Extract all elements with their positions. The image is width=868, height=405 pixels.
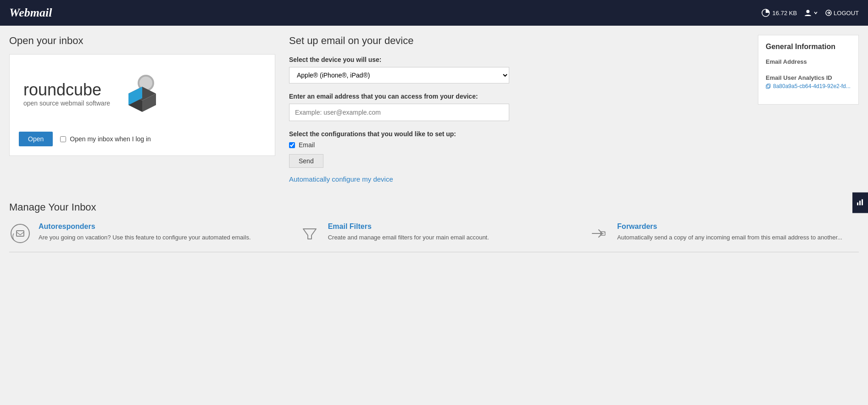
inbox-actions: Open Open my inbox when I log in xyxy=(19,128,266,146)
email-filters-desc: Create and manage email filters for your… xyxy=(328,233,489,242)
email-input[interactable] xyxy=(289,104,509,121)
storage-indicator: 16.72 KB xyxy=(762,9,797,17)
svg-rect-12 xyxy=(17,231,24,236)
roundcube-icon xyxy=(119,73,161,114)
email-address-label: Email Address xyxy=(766,58,851,65)
config-options-label: Select the configurations that you would… xyxy=(289,130,744,138)
email-config-label: Email xyxy=(299,141,315,149)
device-select[interactable]: Apple® (iPhone®, iPad®) xyxy=(289,67,509,83)
header: Webmail 16.72 KB LOGOUT xyxy=(0,0,868,26)
svg-marker-13 xyxy=(303,229,316,239)
site-logo: Webmail xyxy=(9,6,52,20)
forwarders-item: Forwarders Automatically send a copy of … xyxy=(588,222,859,244)
email-filters-svg-icon xyxy=(299,222,321,244)
inbox-section-title: Open your inbox xyxy=(9,35,275,47)
logout-button[interactable]: LOGOUT xyxy=(825,10,859,17)
bottom-divider xyxy=(9,252,859,252)
logout-icon xyxy=(825,10,832,16)
header-right: 16.72 KB LOGOUT xyxy=(762,9,859,17)
forwarders-content: Forwarders Automatically send a copy of … xyxy=(617,222,842,242)
email-filters-content: Email Filters Create and manage email fi… xyxy=(328,222,489,242)
svg-rect-9 xyxy=(766,85,769,89)
email-filters-icon xyxy=(299,222,321,244)
autoresponders-content: Autoresponders Are you going on vacation… xyxy=(39,222,251,242)
center-panel: Set up email on your device Select the d… xyxy=(275,35,758,183)
copy-icon xyxy=(766,83,771,89)
email-input-group: Enter an email address that you can acce… xyxy=(289,93,744,121)
autoresponders-desc: Are you going on vacation? Use this feat… xyxy=(39,233,251,242)
general-info-title: General Information xyxy=(766,43,851,51)
email-filters-item: Email Filters Create and manage email fi… xyxy=(299,222,570,244)
autoresponders-item: Autoresponders Are you going on vacation… xyxy=(9,222,280,244)
forwarders-icon xyxy=(588,222,610,244)
manage-grid: Autoresponders Are you going on vacation… xyxy=(9,222,859,244)
left-panel: Open your inbox roundcube open source we… xyxy=(9,35,275,183)
user-icon xyxy=(804,9,812,17)
svg-rect-10 xyxy=(767,84,770,88)
storage-icon xyxy=(762,9,770,17)
user-menu[interactable] xyxy=(804,9,818,17)
chevron-down-icon xyxy=(813,11,818,15)
storage-value: 16.72 KB xyxy=(773,10,797,17)
main-content: Open your inbox roundcube open source we… xyxy=(0,26,868,192)
open-on-login-label[interactable]: Open my inbox when I log in xyxy=(60,135,151,143)
roundcube-logo-area: roundcube open source webmail software xyxy=(19,64,266,128)
autoresponders-icon xyxy=(9,222,31,244)
svg-rect-17 xyxy=(862,199,863,205)
autoresponders-svg-icon xyxy=(9,222,31,244)
open-on-login-text: Open my inbox when I log in xyxy=(70,135,151,143)
open-inbox-button[interactable]: Open xyxy=(19,132,53,146)
open-on-login-checkbox[interactable] xyxy=(60,136,66,142)
analytics-id-text: 8a80a9a5-cb64-4d19-92e2-fd... xyxy=(773,83,851,89)
forwarders-svg-icon xyxy=(588,222,610,244)
roundcube-text: roundcube open source webmail software xyxy=(23,80,110,107)
manage-inbox-title: Manage Your Inbox xyxy=(9,201,859,213)
roundcube-tagline: open source webmail software xyxy=(23,100,110,107)
analytics-id-value: 8a80a9a5-cb64-4d19-92e2-fd... xyxy=(766,83,851,89)
analytics-button[interactable] xyxy=(852,192,868,213)
svg-rect-15 xyxy=(857,202,858,205)
svg-rect-16 xyxy=(859,200,861,205)
email-config-row: Email xyxy=(289,141,744,149)
roundcube-name: roundcube xyxy=(23,80,110,100)
svg-point-1 xyxy=(807,10,810,13)
analytics-id-section: Email User Analytics ID 8a80a9a5-cb64-4d… xyxy=(766,74,851,89)
device-select-group: Select the device you will use: Apple® (… xyxy=(289,56,744,83)
send-button[interactable]: Send xyxy=(289,154,323,168)
auto-configure-link[interactable]: Automatically configure my device xyxy=(289,175,744,183)
email-address-section: Email Address xyxy=(766,58,851,67)
email-input-label: Enter an email address that you can acce… xyxy=(289,93,744,100)
autoresponders-link[interactable]: Autoresponders xyxy=(39,222,251,231)
right-panel: General Information Email Address Email … xyxy=(758,35,859,105)
config-options-group: Select the configurations that you would… xyxy=(289,130,744,168)
analytics-id-label: Email User Analytics ID xyxy=(766,74,851,81)
email-config-checkbox[interactable] xyxy=(289,142,295,148)
analytics-icon xyxy=(856,198,864,206)
setup-section-title: Set up email on your device xyxy=(289,35,744,47)
device-select-label: Select the device you will use: xyxy=(289,56,744,63)
inbox-card: roundcube open source webmail software xyxy=(9,54,275,156)
manage-inbox-section: Manage Your Inbox Autoresponders Are you… xyxy=(0,192,868,244)
email-filters-link[interactable]: Email Filters xyxy=(328,222,489,231)
forwarders-desc: Automatically send a copy of any incomin… xyxy=(617,233,842,242)
forwarders-link[interactable]: Forwarders xyxy=(617,222,842,231)
